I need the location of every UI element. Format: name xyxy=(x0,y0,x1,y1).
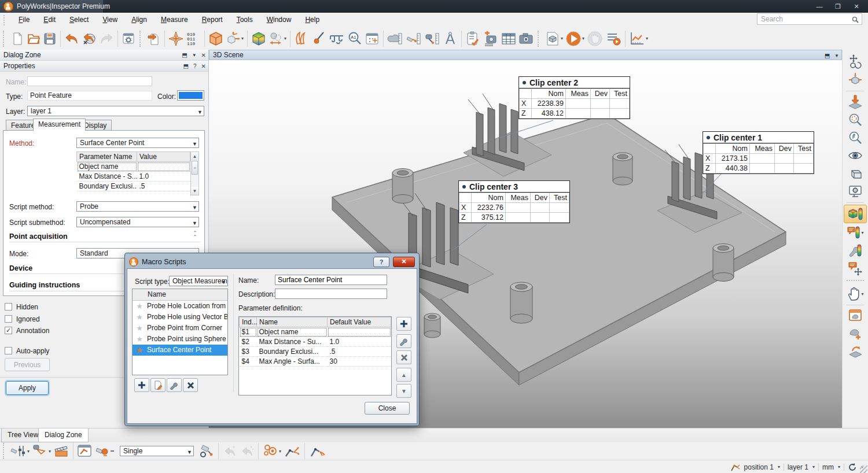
checklist-button[interactable] xyxy=(464,29,481,48)
script-list-item[interactable]: ★Probe Point using Sphere F... xyxy=(133,334,227,345)
scroll-up-icon[interactable]: ▲ xyxy=(191,152,198,160)
undo-button[interactable] xyxy=(63,29,80,48)
redo-button[interactable] xyxy=(98,29,115,48)
previous-button[interactable]: Previous xyxy=(5,358,50,371)
ignored-checkbox[interactable] xyxy=(5,315,12,323)
prealign-cube-button[interactable] xyxy=(207,29,225,48)
hand-select-button[interactable]: ▾ xyxy=(844,285,866,302)
apply-button[interactable]: Apply xyxy=(6,381,49,395)
dropdown-caret-icon[interactable]: ▾ xyxy=(27,449,30,454)
menu-report[interactable]: Report xyxy=(195,13,230,27)
close-icon[interactable]: ✕ xyxy=(201,52,206,58)
table-row[interactable]: $1Object name xyxy=(240,327,391,337)
annotation-clip-center-1[interactable]: Clip center 1 NomMeasDevTest X2173.15 Z4… xyxy=(703,131,814,174)
close-button[interactable]: ✕ xyxy=(847,1,866,12)
align-axes-button[interactable]: ▾ xyxy=(225,29,245,48)
edit-script-button[interactable] xyxy=(167,378,182,392)
undo-all-button[interactable] xyxy=(80,29,98,48)
dialog-help-button[interactable]: ? xyxy=(373,257,389,267)
status-layer[interactable]: layer 1 xyxy=(788,463,808,471)
script-list-item[interactable]: ★Probe Hole using Vector Bar xyxy=(133,312,227,323)
script-list-item[interactable]: ★Probe Hole Location from 1 ... xyxy=(133,301,227,312)
colormap-edit-button[interactable] xyxy=(844,242,866,259)
resize-grip[interactable] xyxy=(860,465,867,473)
zoom-region-button[interactable] xyxy=(844,111,866,128)
annotation-checkbox[interactable]: ✓ xyxy=(5,327,12,334)
script-type-combobox[interactable]: Object Measuremen▼ xyxy=(169,276,228,286)
fit-curves-button[interactable] xyxy=(293,29,310,48)
toolbar-grip[interactable] xyxy=(3,31,6,47)
minimize-button[interactable]: — xyxy=(810,1,829,12)
pin-icon[interactable]: ⬒ xyxy=(825,53,830,59)
flip-normal-button[interactable] xyxy=(844,343,866,360)
dropdown-caret-icon[interactable]: ▾ xyxy=(861,230,863,235)
dropdown-caret-icon[interactable]: ▾ xyxy=(861,291,863,297)
view-cube-button[interactable] xyxy=(844,165,866,182)
dropdown-caret-icon[interactable]: ▾ xyxy=(284,36,286,41)
chevron-down-icon[interactable]: ▼ xyxy=(221,278,226,286)
script-list-item-selected[interactable]: ★Surface Center Point xyxy=(133,345,227,356)
favorite-star-icon[interactable]: ★ xyxy=(135,345,144,356)
pin-icon[interactable]: ⬒ xyxy=(182,52,187,58)
dialog-zone-header[interactable]: Dialog Zone ⬒ ▼ ✕ xyxy=(0,50,208,61)
toolbar-grip[interactable] xyxy=(139,31,143,47)
play-macro-button[interactable]: ▾ xyxy=(564,29,586,48)
menu-view[interactable]: View xyxy=(95,13,124,27)
robot-arm-play-button[interactable] xyxy=(307,442,327,460)
single-point-probe-button[interactable] xyxy=(94,442,116,460)
script-list[interactable]: Name ★Probe Hole Location from 1 ... ★Pr… xyxy=(132,289,228,375)
properties-header[interactable]: Properties ⬒ ? ✕ xyxy=(0,61,208,72)
search-input[interactable] xyxy=(757,15,862,23)
digital-readout-button[interactable]: 010011110 xyxy=(185,29,202,48)
scroll-down-icon[interactable]: ▼ xyxy=(191,187,198,195)
colormap-annotation-button[interactable]: ▾ xyxy=(844,224,866,241)
dropdown-caret-icon[interactable]: ▾ xyxy=(646,36,648,41)
table-row[interactable]: $3Boundary Exclusi....5 xyxy=(240,347,391,357)
chevron-down-icon[interactable]: ▾ xyxy=(812,464,815,470)
restore-button[interactable]: ❐ xyxy=(829,1,847,12)
method-combobox[interactable]: Surface Center Point▼ xyxy=(76,138,199,148)
caliper-button[interactable] xyxy=(328,29,346,48)
table-row[interactable]: Boundary Exclusi....5 xyxy=(77,182,190,191)
result-table-button[interactable] xyxy=(500,29,517,48)
macro-description-input[interactable] xyxy=(275,289,387,299)
menu-align[interactable]: Align xyxy=(124,13,154,27)
pan-zoom-rotate-button[interactable] xyxy=(844,53,866,71)
chevron-down-icon[interactable]: ▾ xyxy=(838,464,840,470)
new-script-button[interactable] xyxy=(150,378,165,392)
menu-edit[interactable]: Edit xyxy=(36,13,62,27)
compass-divider-button[interactable] xyxy=(442,29,459,48)
toolbar-grip[interactable] xyxy=(538,31,541,47)
pin-icon[interactable]: ⬒ xyxy=(183,63,189,69)
new-file-button[interactable] xyxy=(9,29,25,48)
menu-select[interactable]: Select xyxy=(62,13,95,27)
dropdown-caret-icon[interactable]: ▾ xyxy=(49,449,51,454)
probe-ruler-button[interactable] xyxy=(404,29,423,48)
screen-settings-button[interactable] xyxy=(844,183,866,200)
table-row[interactable]: Max Distance - S...1.0 xyxy=(77,172,190,182)
chevron-down-icon[interactable]: ▼ xyxy=(192,53,197,58)
macro-dialog-titlebar[interactable]: Macro Scripts ? ✕ xyxy=(127,255,417,268)
toolbar-grip[interactable] xyxy=(3,443,6,459)
robot-arm-paths-button[interactable] xyxy=(282,442,302,460)
close-icon[interactable]: ✕ xyxy=(201,63,206,69)
script-submethod-combobox[interactable]: Uncompensated▼ xyxy=(76,217,199,227)
menu-measure[interactable]: Measure xyxy=(154,13,195,27)
search-icon[interactable] xyxy=(852,16,859,23)
probe-macro-gear-button[interactable] xyxy=(197,442,216,460)
macro-list-button[interactable] xyxy=(604,29,623,48)
collapse-chevron-icon[interactable]: ⌃⌃ xyxy=(191,231,199,239)
move-up-button[interactable]: ▲ xyxy=(396,368,411,382)
project-options-button[interactable] xyxy=(120,29,137,48)
annotation-move-button[interactable] xyxy=(844,260,866,277)
robot-program-button[interactable] xyxy=(76,442,94,460)
probe-point-button[interactable] xyxy=(310,29,328,48)
hidden-checkbox[interactable] xyxy=(5,303,12,311)
deviation-compare-button[interactable]: ▾ xyxy=(267,29,288,48)
delete-parameter-button[interactable] xyxy=(396,350,411,364)
status-units[interactable]: mm xyxy=(822,463,834,471)
target-rings-button[interactable]: ▾ xyxy=(261,442,282,460)
probe-options-button[interactable]: ▾ xyxy=(9,442,31,460)
snapshot-camera-button[interactable] xyxy=(517,29,535,48)
probe-mode-combobox[interactable]: Single▼ xyxy=(120,446,194,456)
